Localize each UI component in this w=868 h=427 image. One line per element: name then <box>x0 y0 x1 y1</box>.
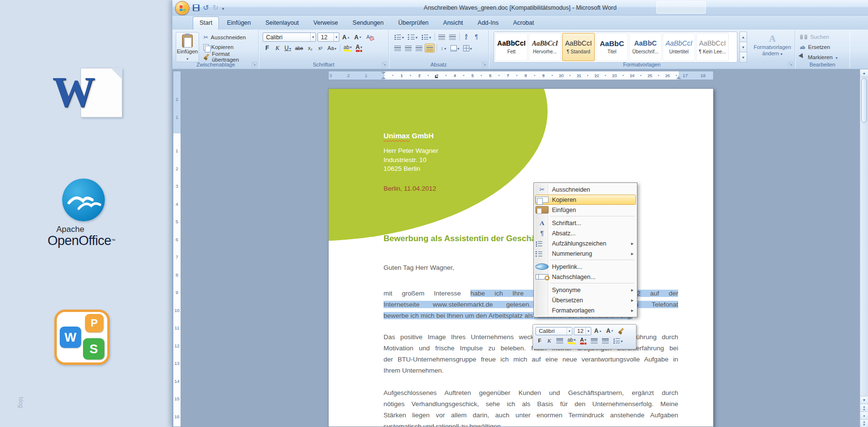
next-page-icon[interactable] <box>860 419 868 427</box>
chevron-down-icon[interactable] <box>334 45 336 51</box>
style-chip[interactable]: AaBbCcI ¶ Standard <box>562 33 595 61</box>
mini-grow-font-button[interactable]: A▲ <box>593 327 603 335</box>
ribbon-tab[interactable]: Überprüfen <box>391 16 435 30</box>
decrease-indent-button[interactable] <box>437 33 447 41</box>
mini-italic-button[interactable]: K <box>545 337 553 345</box>
borders-button[interactable] <box>462 44 473 52</box>
scroll-down-icon[interactable]: ▼ <box>860 396 868 404</box>
style-chip[interactable]: AaBbCcI Fett <box>495 33 528 61</box>
dialog-launcher-icon[interactable] <box>251 62 257 67</box>
mini-align-center-button[interactable] <box>555 337 565 345</box>
strikethrough-button[interactable]: abe <box>294 44 305 52</box>
justify-button[interactable] <box>425 44 434 52</box>
openoffice-desktop-icon[interactable]: Apache OpenOffice™ <box>48 179 145 247</box>
scrollbar-thumb[interactable] <box>861 78 867 123</box>
italic-button[interactable]: K <box>273 44 282 52</box>
text-highlight-button[interactable]: ab <box>342 44 353 52</box>
select-button[interactable]: Markieren <box>800 53 837 61</box>
copy-button[interactable]: Kopieren <box>201 43 258 51</box>
find-button[interactable]: Suchen <box>800 33 837 41</box>
align-center-button[interactable] <box>403 44 413 52</box>
gallery-down-icon[interactable]: ▼ <box>739 42 747 52</box>
ribbon-tab[interactable]: Seitenlayout <box>259 16 306 30</box>
shading-button[interactable] <box>449 44 461 52</box>
format-painter-button[interactable]: Format übertragen <box>201 52 258 61</box>
chevron-down-icon[interactable] <box>289 45 291 51</box>
chevron-down-icon[interactable] <box>360 44 362 52</box>
context-menu-item[interactable]: Synonyme ▸ <box>535 285 636 295</box>
indent-marker-right[interactable] <box>676 74 681 79</box>
clear-formatting-button[interactable]: Aa <box>365 33 374 42</box>
mini-highlight-button[interactable]: ab <box>566 337 577 345</box>
ribbon-tab[interactable]: Einfügen <box>220 16 257 30</box>
shrink-font-button[interactable]: A▼ <box>353 33 364 42</box>
ribbon-tab[interactable]: Add-Ins <box>471 16 505 30</box>
context-menu-item[interactable]: Hyperlink... ▸ <box>535 262 636 272</box>
context-menu-item[interactable]: Nummerierung ▸ <box>535 248 636 259</box>
ribbon-tab[interactable]: Ansicht <box>436 16 470 30</box>
paste-button[interactable]: Einfügen <box>176 32 199 62</box>
change-case-button[interactable]: Aa <box>326 44 337 52</box>
vertical-scrollbar[interactable]: ▲ ▼ <box>860 69 868 427</box>
titlebar[interactable]: Anschreiben Waves_green.doc [Kompatibili… <box>172 0 868 16</box>
dialog-launcher-icon[interactable] <box>382 62 387 67</box>
mini-font-combo[interactable]: Calibri <box>535 327 572 335</box>
select-browse-object-icon[interactable] <box>860 411 868 419</box>
scroll-up-icon[interactable]: ▲ <box>860 69 868 77</box>
chevron-down-icon[interactable] <box>574 337 576 345</box>
document-page[interactable]: Unimax GmbH Herr Peter WagnerIndustriest… <box>328 88 714 427</box>
align-left-button[interactable] <box>393 44 402 52</box>
show-paragraph-marks-button[interactable] <box>472 33 481 41</box>
word-desktop-icon[interactable]: W <box>52 67 128 121</box>
vertical-ruler[interactable]: 21 12345678910111213141516 <box>173 71 181 427</box>
style-chip[interactable]: AaBbC Titel <box>596 33 628 61</box>
superscript-button[interactable]: x² <box>316 44 325 52</box>
increase-indent-button[interactable] <box>448 33 457 41</box>
mini-format-painter-button[interactable] <box>617 327 626 335</box>
mini-decrease-indent-button[interactable] <box>589 337 599 345</box>
context-menu-item[interactable]: Aufzählungszeichen ▸ <box>535 238 636 248</box>
context-menu-item[interactable]: Einfügen ▸ <box>535 205 636 215</box>
replace-button[interactable]: Ersetzen <box>800 43 837 51</box>
change-styles-button[interactable]: A Formatvorlagen ändern <box>752 32 793 64</box>
chevron-down-icon[interactable] <box>350 44 352 52</box>
multilevel-list-button[interactable] <box>420 33 433 41</box>
chevron-down-icon[interactable] <box>585 328 591 335</box>
horizontal-ruler[interactable]: 321 123456789101112131415161718 <box>328 71 714 80</box>
gallery-more-icon[interactable]: ▼ <box>739 52 747 63</box>
gallery-up-icon[interactable]: ▲ <box>739 32 747 42</box>
chevron-down-icon[interactable] <box>334 33 339 41</box>
previous-page-icon[interactable] <box>860 404 868 411</box>
sort-button[interactable]: AZ <box>462 33 471 41</box>
grow-font-button[interactable]: A▲ <box>341 33 351 42</box>
ribbon-tab[interactable]: Start <box>193 16 219 30</box>
style-chip[interactable]: AaBbC Überschrif... <box>629 33 662 61</box>
mini-font-color-button[interactable]: A <box>579 337 588 345</box>
mini-bullets-button[interactable] <box>612 337 624 345</box>
cut-button[interactable]: Ausschneiden <box>201 33 258 42</box>
ribbon-tab[interactable]: Sendungen <box>346 16 390 30</box>
context-menu-item[interactable]: Übersetzen ▸ <box>535 295 636 305</box>
chevron-down-icon[interactable] <box>310 33 316 41</box>
bold-button[interactable]: F <box>263 44 272 52</box>
chevron-down-icon[interactable] <box>584 337 586 345</box>
mini-size-combo[interactable]: 12 <box>574 327 591 335</box>
underline-button[interactable]: U <box>283 44 293 52</box>
numbering-button[interactable] <box>406 33 419 41</box>
ribbon-tab[interactable]: Acrobat <box>506 16 541 30</box>
mini-shrink-font-button[interactable]: A▼ <box>605 327 616 335</box>
align-right-button[interactable] <box>414 44 424 52</box>
context-menu-item[interactable]: Ausschneiden ▸ <box>535 184 636 195</box>
context-menu-item[interactable]: Kopieren ▸ <box>535 195 636 205</box>
font-size-combo[interactable]: 12 <box>317 33 339 42</box>
subscript-button[interactable]: x₂ <box>305 44 315 52</box>
context-menu-item[interactable]: Schriftart... ▸ <box>535 218 636 228</box>
indent-marker-left[interactable] <box>381 72 386 79</box>
style-chip[interactable]: AaBbCcI Hervorhe... <box>529 33 561 61</box>
chevron-down-icon[interactable] <box>621 338 623 344</box>
dialog-launcher-icon[interactable] <box>788 62 793 67</box>
font-name-combo[interactable]: Calibri <box>263 33 316 42</box>
mini-increase-indent-button[interactable] <box>601 337 610 345</box>
chevron-down-icon[interactable] <box>567 328 572 335</box>
line-spacing-button[interactable] <box>439 44 448 52</box>
